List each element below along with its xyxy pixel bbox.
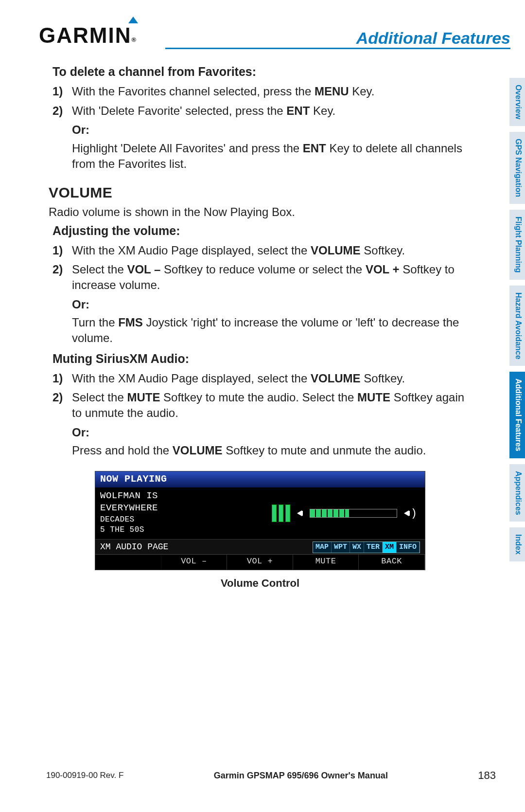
tab-gps-navigation[interactable]: GPS Navigation [509,132,525,204]
step-text: With 'Delete Favorite' selected, press t… [72,103,472,119]
or-label: Or: [72,297,472,312]
tab-additional-features[interactable]: Additional Features [509,372,525,458]
chapter-title: Additional Features [356,29,510,48]
device-tabstrip: MAPWPTWXTERXMINFO [313,541,420,553]
softkey-back: BACK [359,555,425,570]
heading-delete-favorite: To delete a channel from Favorites: [52,64,472,80]
tab-hazard-avoidance[interactable]: Hazard Avoidance [509,286,525,366]
softkey-vol-minus: VOL – [161,555,228,570]
now-playing-info: WOLFMAN IS EVERYWHERE DECADES 5 THE 50S [95,487,272,539]
page-label: XM AUDIO PAGE [100,541,168,553]
or-label: Or: [72,122,472,138]
header-rule [165,48,510,49]
softkey-mute: MUTE [293,555,359,570]
step-text: With the XM Audio Page displayed, select… [72,243,472,258]
signal-bars-icon [272,505,290,522]
page-header: GARMIN® Additional Features [39,23,510,48]
tab-appendices[interactable]: Appendices [509,464,525,522]
step-text: With the XM Audio Page displayed, select… [72,371,472,386]
page-content: To delete a channel from Favorites: 1) W… [49,61,472,590]
heading-adjusting-volume: Adjusting the volume: [52,223,472,239]
figure-caption: Volume Control [49,576,472,590]
softkey-row: VOL – VOL + MUTE BACK [95,554,425,570]
garmin-logo: GARMIN® [39,23,137,48]
now-playing-header: NOW PLAYING [95,471,425,487]
alt-text: Turn the FMS Joystick 'right' to increas… [72,315,472,345]
alt-text: Press and hold the VOLUME Softkey to mut… [72,443,472,458]
tab-index[interactable]: Index [509,527,525,561]
page-footer: 190-00919-00 Rev. F Garmin GPSMAP 695/69… [46,769,496,782]
manual-title: Garmin GPSMAP 695/696 Owner's Manual [214,771,388,781]
doc-id: 190-00919-00 Rev. F [46,771,123,780]
device-screenshot: NOW PLAYING WOLFMAN IS EVERYWHERE DECADE… [95,471,425,570]
intro-text: Radio volume is shown in the Now Playing… [49,204,472,220]
step-text: Select the VOL – Softkey to reduce volum… [72,262,472,292]
softkey-vol-plus: VOL + [227,555,293,570]
step-text: Select the MUTE Softkey to mute the audi… [72,390,472,420]
page-number: 183 [478,769,496,782]
section-tabs: Overview GPS Navigation Flight Planning … [509,78,525,561]
heading-muting: Muting SiriusXM Audio: [52,351,472,367]
logo-triangle-icon [128,17,138,23]
step-text: With the Favorites channel selected, pre… [72,84,472,99]
alt-text: Highlight 'Delete All Favorites' and pre… [72,141,472,171]
heading-volume: VOLUME [49,183,472,202]
volume-meter [310,509,397,518]
speaker-icon: ) [404,506,417,521]
or-label: Or: [72,425,472,440]
tab-flight-planning[interactable]: Flight Planning [509,210,525,280]
speaker-muted-icon [297,510,303,516]
figure-volume-control: NOW PLAYING WOLFMAN IS EVERYWHERE DECADE… [49,471,472,590]
tab-overview[interactable]: Overview [509,78,525,126]
